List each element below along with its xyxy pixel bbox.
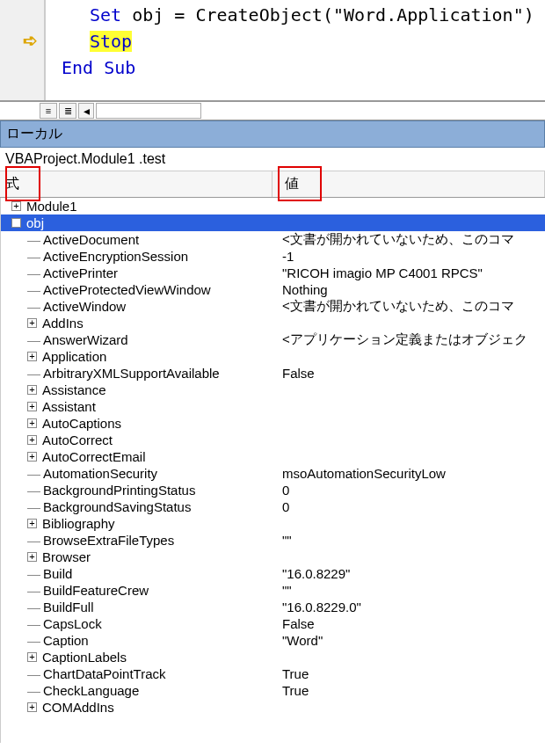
tree-row[interactable]: —BrowseExtraFileTypes"" bbox=[1, 532, 545, 549]
expand-icon[interactable]: + bbox=[27, 552, 37, 562]
tree-row[interactable]: —ActiveWindow<文書が開かれていないため、このコマ bbox=[1, 298, 545, 315]
tree-row[interactable]: —AnswerWizard<アプリケーション定義またはオブジェク bbox=[1, 331, 545, 348]
tree-item-name: ActiveEncryptionSession bbox=[43, 249, 282, 264]
expand-icon[interactable]: + bbox=[27, 435, 37, 445]
tree-row[interactable]: —CheckLanguageTrue bbox=[1, 682, 545, 699]
code-pane: ➪ Set obj = CreateObject("Word.Applicati… bbox=[0, 0, 545, 101]
tree-item-name: Application bbox=[42, 349, 281, 364]
expand-icon[interactable]: + bbox=[27, 702, 37, 712]
tree-row[interactable]: —ActiveEncryptionSession-1 bbox=[1, 248, 545, 265]
tree-row[interactable]: +COMAddIns bbox=[1, 699, 545, 716]
tree-row[interactable]: -obj bbox=[1, 214, 545, 231]
tree-item-value: -1 bbox=[282, 249, 545, 264]
column-header-expression[interactable]: 式 bbox=[0, 171, 272, 197]
tree-row[interactable]: —ActiveDocument<文書が開かれていないため、このコマ bbox=[1, 231, 545, 248]
scroll-left-button[interactable]: ◂ bbox=[78, 103, 94, 119]
locals-context: VBAProject.Module1 .test bbox=[0, 148, 545, 171]
leaf-icon: — bbox=[27, 583, 38, 598]
code-lines[interactable]: Set obj = CreateObject("Word.Application… bbox=[53, 2, 545, 81]
tree-item-name: AutomationSecurity bbox=[43, 466, 282, 481]
tree-item-name: Browser bbox=[42, 549, 281, 564]
tree-row[interactable]: +Assistance bbox=[1, 382, 545, 398]
tree-row[interactable]: —BackgroundSavingStatus0 bbox=[1, 498, 545, 515]
tree-item-value: "16.0.8229" bbox=[282, 566, 545, 581]
tree-item-name: AutoCorrect bbox=[42, 433, 281, 447]
tree-row[interactable]: +Application bbox=[1, 348, 545, 365]
tree-row[interactable]: —ArbitraryXMLSupportAvailableFalse bbox=[1, 365, 545, 382]
expand-icon[interactable]: + bbox=[27, 418, 37, 428]
current-line-arrow-icon: ➪ bbox=[23, 30, 38, 51]
expand-icon[interactable]: + bbox=[27, 402, 37, 411]
leaf-icon: — bbox=[27, 265, 38, 280]
leaf-icon: — bbox=[27, 499, 38, 514]
leaf-icon: — bbox=[27, 282, 38, 297]
tree-item-value: True bbox=[282, 666, 545, 681]
tree-item-name: BuildFull bbox=[43, 600, 282, 614]
leaf-icon: — bbox=[27, 616, 38, 631]
tree-item-name: CapsLock bbox=[43, 616, 282, 631]
leaf-icon: — bbox=[27, 533, 38, 548]
tree-row[interactable]: +Module1 bbox=[1, 198, 545, 214]
tree-row[interactable]: +Bibliography bbox=[1, 515, 545, 532]
expand-icon[interactable]: + bbox=[27, 519, 37, 528]
tree-row[interactable]: —BackgroundPrintingStatus0 bbox=[1, 482, 545, 498]
expand-icon[interactable]: + bbox=[11, 201, 21, 211]
locals-tree[interactable]: +Module1-obj—ActiveDocument<文書が開かれていないため… bbox=[0, 198, 545, 743]
tree-row[interactable]: +CaptionLabels bbox=[1, 649, 545, 665]
tree-item-value: "16.0.8229.0" bbox=[282, 600, 545, 614]
tree-row[interactable]: —ActivePrinter"RICOH imagio MP C4001 RPC… bbox=[1, 265, 545, 281]
tree-item-value: False bbox=[282, 616, 545, 631]
expand-icon[interactable]: + bbox=[27, 318, 37, 328]
tree-item-name: AutoCorrectEmail bbox=[42, 449, 281, 464]
scrollbar-thumb[interactable] bbox=[96, 103, 201, 119]
tree-item-name: ActivePrinter bbox=[43, 265, 282, 280]
tree-row[interactable]: —BuildFeatureCrew"" bbox=[1, 582, 545, 599]
tree-row[interactable]: +AutoCorrect bbox=[1, 432, 545, 448]
tree-item-name: AddIns bbox=[42, 316, 281, 331]
annotation-box-val bbox=[278, 166, 322, 201]
tree-item-name: CaptionLabels bbox=[42, 650, 281, 665]
tree-row[interactable]: +Browser bbox=[1, 549, 545, 565]
tree-item-value: Nothing bbox=[282, 282, 545, 297]
tree-row[interactable]: +AddIns bbox=[1, 315, 545, 331]
tree-row[interactable]: —AutomationSecuritymsoAutomationSecurity… bbox=[1, 465, 545, 482]
tree-item-name: CheckLanguage bbox=[43, 683, 282, 698]
tree-row[interactable]: +AutoCaptions bbox=[1, 415, 545, 432]
tree-item-value: 0 bbox=[282, 499, 545, 514]
tree-row[interactable]: —CapsLockFalse bbox=[1, 615, 545, 632]
tree-row[interactable]: —ActiveProtectedViewWindowNothing bbox=[1, 281, 545, 298]
tree-item-name: ActiveProtectedViewWindow bbox=[43, 282, 282, 297]
tree-item-name: Assistance bbox=[42, 382, 281, 397]
expand-icon[interactable]: + bbox=[27, 652, 37, 662]
tree-item-value: <アプリケーション定義またはオブジェク bbox=[282, 331, 545, 348]
tree-row[interactable]: —ChartDataPointTrackTrue bbox=[1, 665, 545, 682]
full-view-button[interactable]: ≣ bbox=[59, 103, 76, 119]
tree-item-value: True bbox=[282, 683, 545, 698]
tree-item-name: obj bbox=[26, 215, 281, 230]
tree-item-value: <文書が開かれていないため、このコマ bbox=[282, 231, 545, 248]
tree-item-value: "" bbox=[282, 533, 545, 548]
tree-row[interactable]: —Caption"Word" bbox=[1, 632, 545, 649]
tree-row[interactable]: —Build"16.0.8229" bbox=[1, 565, 545, 582]
leaf-icon: — bbox=[27, 332, 38, 347]
tree-item-name: COMAddIns bbox=[42, 700, 281, 715]
tree-item-value: <文書が開かれていないため、このコマ bbox=[282, 298, 545, 315]
gutter: ➪ bbox=[0, 0, 46, 100]
expand-icon[interactable]: + bbox=[27, 352, 37, 361]
tree-item-name: AnswerWizard bbox=[43, 332, 282, 347]
expand-icon[interactable]: + bbox=[27, 452, 37, 462]
keyword-endsub: End Sub bbox=[62, 57, 135, 78]
proc-view-button[interactable]: ≡ bbox=[40, 103, 57, 119]
collapse-icon[interactable]: - bbox=[11, 218, 21, 228]
leaf-icon: — bbox=[27, 666, 38, 681]
tree-row[interactable]: +AutoCorrectEmail bbox=[1, 448, 545, 465]
expand-icon[interactable]: + bbox=[27, 385, 37, 395]
tree-item-name: Caption bbox=[43, 633, 282, 648]
keyword-stop: Stop bbox=[90, 31, 132, 52]
tree-item-name: BuildFeatureCrew bbox=[43, 583, 282, 598]
tree-item-name: BackgroundPrintingStatus bbox=[43, 483, 282, 498]
tree-item-value: 0 bbox=[282, 483, 545, 498]
tree-row[interactable]: —BuildFull"16.0.8229.0" bbox=[1, 599, 545, 615]
tree-row[interactable]: +Assistant bbox=[1, 398, 545, 415]
tree-item-name: ArbitraryXMLSupportAvailable bbox=[43, 366, 282, 381]
